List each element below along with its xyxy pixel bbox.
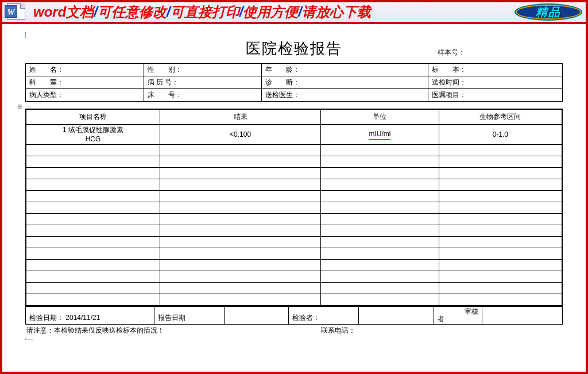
- info-age: 年 龄：: [262, 64, 428, 76]
- footer-note: 请注意：本检验结果仅反映送检标本的情况！ 联系电话：: [25, 325, 563, 337]
- table-row: [26, 248, 562, 260]
- info-order-item: 医嘱项目：: [428, 89, 563, 102]
- footer-reviewer-label: 审核 者: [434, 306, 482, 324]
- table-row: [26, 179, 562, 191]
- table-row: [26, 168, 562, 179]
- table-row: 1 绒毛膜促性腺激素 HCG <0.100 mIU/ml 0-1.0: [26, 125, 562, 145]
- footer-reviewer-value: [482, 306, 562, 324]
- footer-tester-value: [358, 306, 434, 324]
- item-range: 0-1.0: [439, 125, 562, 145]
- footer-table: 检验日期： 2014/11/21 报告日期 检验者： 审核 者: [25, 306, 563, 325]
- table-row: [26, 202, 562, 214]
- col-unit: 单位: [321, 109, 439, 125]
- info-sex: 性 别：: [144, 64, 262, 76]
- info-name: 姓 名：: [26, 64, 144, 76]
- info-bed-no: 床 号：: [144, 89, 262, 102]
- footer-note-text: 请注意：本检验结果仅反映送检标本的情况！: [26, 326, 321, 336]
- results-table: 项目名称 结果 单位 生物参考区间 1 绒毛膜促性腺激素 HCG <0.100 …: [25, 109, 563, 306]
- premium-badge: 精品: [514, 3, 582, 21]
- info-sent-doctor: 送检医生：: [262, 89, 428, 102]
- table-move-icon[interactable]: ⊞: [17, 103, 22, 110]
- table-row: [26, 225, 562, 237]
- sample-number-label: 样本号：: [438, 48, 465, 57]
- item-value: <0.100: [160, 125, 321, 145]
- table-row: [26, 145, 562, 156]
- col-item: 项目名称: [26, 109, 160, 125]
- patient-info-table: 姓 名： 性 别： 年 龄： 标 本： 科 室： 病 历 号： 诊 断： 送检时…: [25, 63, 563, 102]
- info-record-no: 病 历 号：: [144, 76, 262, 89]
- info-patient-type: 病人类型：: [26, 89, 144, 102]
- badge-label: 精品: [536, 5, 561, 20]
- banner-seg-1: word文档: [33, 4, 94, 20]
- footer-report-date-value: [224, 306, 288, 324]
- table-anchor: ⊞: [25, 102, 563, 109]
- footer-report-date-label: 报告日期: [154, 306, 225, 324]
- banner-seg-3: 可直接打印: [171, 4, 239, 20]
- info-sample: 标 本：: [428, 64, 563, 76]
- col-range: 生物参考区间: [439, 109, 562, 125]
- info-dept: 科 室：: [26, 76, 144, 89]
- table-row: [26, 214, 562, 225]
- col-value: 结果: [160, 109, 321, 125]
- crop-mark-icon: [25, 338, 33, 340]
- word-doc-icon: W: [6, 3, 29, 21]
- info-sent-time: 送检时间：: [428, 76, 563, 89]
- table-row: [26, 237, 562, 248]
- table-row: [26, 271, 562, 283]
- footer-test-date: 检验日期： 2014/11/21: [26, 306, 154, 324]
- banner-seg-5: 请放心下载: [302, 4, 371, 20]
- item-name-line2: HCG: [29, 135, 157, 144]
- table-row: [26, 294, 562, 306]
- footer-tester-label: 检验者：: [289, 306, 359, 324]
- table-row: [26, 156, 562, 168]
- promo-banner: W word文档/可任意修改/可直接打印/使用方便/请放心下载 精品: [2, 2, 586, 24]
- banner-seg-4: 使用方便: [243, 4, 298, 20]
- item-unit: mIU/ml: [321, 125, 439, 145]
- table-row: [26, 283, 562, 294]
- table-row: [26, 260, 562, 271]
- banner-seg-2: 可任意修改: [98, 4, 167, 20]
- doc-title: 医院检验报告: [246, 38, 342, 59]
- table-row: [26, 191, 562, 202]
- document-page: 医院检验报告 样本号： 姓 名： 性 别： 年 龄： 标 本： 科 室： 病 历…: [2, 24, 586, 345]
- footer-phone-label: 联系电话：: [321, 326, 355, 336]
- window-frame: W word文档/可任意修改/可直接打印/使用方便/请放心下载 精品 医院检验报…: [0, 0, 588, 374]
- banner-text: word文档/可任意修改/可直接打印/使用方便/请放心下载: [33, 3, 510, 21]
- info-diagnosis: 诊 断：: [262, 76, 428, 89]
- item-name-line1: 1 绒毛膜促性腺激素: [29, 126, 157, 135]
